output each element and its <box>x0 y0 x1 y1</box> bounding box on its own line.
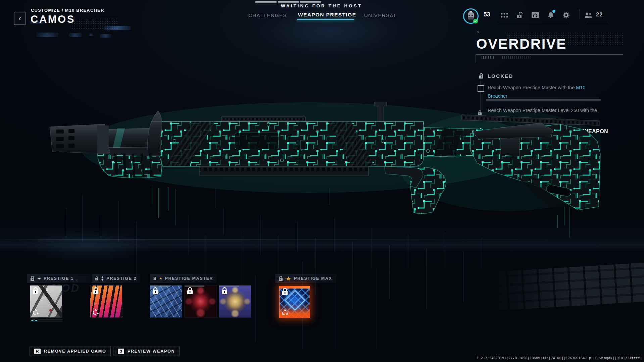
camo-tile-prestige-max-overdrive[interactable] <box>279 286 310 318</box>
apps-grid-icon[interactable] <box>500 11 508 19</box>
prestige-master-star-icon <box>159 276 162 281</box>
group-header-prestige-master: PRESTIGE MASTER <box>150 274 216 283</box>
keybind-badge: R <box>34 349 41 354</box>
challenge-1-text: Reach Weapon Prestige Master with the M1… <box>488 84 606 100</box>
group-label: PRESTIGE MASTER <box>165 276 213 281</box>
back-chevron-icon: ‹ <box>18 14 21 23</box>
lock-icon <box>32 287 39 295</box>
keybind-badge: 3 <box>118 349 124 354</box>
player-level: 53 <box>484 11 490 18</box>
camo-tile-master-3[interactable] <box>219 285 251 318</box>
glitch-bar <box>36 33 58 37</box>
floor-left-haze <box>0 224 175 268</box>
preview-weapon-button[interactable]: 3 PREVIEW WEAPON <box>113 347 180 356</box>
camo-tile-prestige-2[interactable] <box>90 285 122 318</box>
camo-customization-screen: ASSAULT RIFLE MOD ‹ CUSTOMIZE / M10 BREA… <box>0 0 644 362</box>
panel-divider <box>476 54 623 55</box>
breadcrumb: CUSTOMIZE / M10 BREACHER <box>31 8 104 13</box>
weapon-render <box>47 101 601 216</box>
lock-icon <box>153 276 156 281</box>
panel-decor-ticks <box>482 56 494 59</box>
back-button[interactable]: ‹ <box>14 12 26 25</box>
group-label: PRESTIGE 1 <box>44 276 74 281</box>
locked-status: LOCKED <box>479 73 513 79</box>
glitch-bar <box>89 34 93 36</box>
lock-icon <box>221 287 228 295</box>
panel-decor-ticks <box>502 56 531 59</box>
active-tab-underline <box>297 19 354 20</box>
prestige-max-crest-icon <box>286 276 291 281</box>
universal-camo-icon <box>32 309 39 316</box>
top-icon-row <box>500 11 570 19</box>
tile-progress-fill <box>31 320 38 321</box>
party-count: 22 <box>596 11 603 18</box>
background-keyboard-fade <box>471 262 572 312</box>
page-title: CAMOS <box>31 13 75 25</box>
universal-camo-icon <box>282 309 288 316</box>
notification-dot <box>552 10 555 13</box>
top-center-glow <box>235 0 423 64</box>
lock-icon <box>152 287 159 295</box>
glitch-bar <box>69 33 82 37</box>
lock-icon <box>92 287 99 295</box>
glitch-bar <box>104 26 131 30</box>
icon-row-underline <box>498 24 569 24</box>
universal-camo-icon <box>92 309 99 316</box>
locked-label: LOCKED <box>488 73 513 79</box>
remove-applied-camo-button[interactable]: R REMOVE APPLIED CAMO <box>30 347 111 356</box>
prestige-2-stars-icon <box>101 276 104 281</box>
build-version: 1.2.2.24679191[27-0.1056]10689+11:[74.00… <box>477 356 642 360</box>
tab-challenges[interactable]: CHALLENGES <box>248 12 287 18</box>
lock-icon <box>479 73 484 79</box>
panel-divider-edge <box>476 54 476 63</box>
lock-icon <box>30 276 35 281</box>
lock-icon <box>187 287 193 295</box>
unlock-icon[interactable] <box>516 11 524 19</box>
group-header-prestige-1: PRESTIGE 1 <box>27 274 91 283</box>
party-social-icon[interactable] <box>584 11 593 19</box>
notifications-bell-icon[interactable] <box>547 11 555 19</box>
prestige-1-star-icon <box>37 277 41 280</box>
glitch-bar <box>100 34 111 38</box>
icon-row-divider <box>580 9 580 19</box>
tab-universal[interactable]: UNIVERSAL <box>364 12 397 18</box>
group-header-prestige-max: PRESTIGE MAX <box>275 274 336 283</box>
tab-weapon-prestige[interactable]: WEAPON PRESTIGE <box>298 12 356 18</box>
group-header-prestige-2: PRESTIGE 2 <box>92 274 140 283</box>
lock-icon <box>95 276 98 281</box>
player-avatar[interactable] <box>463 8 479 24</box>
store-icon[interactable] <box>531 11 539 19</box>
camo-tile-master-2[interactable] <box>184 285 217 318</box>
camo-name: OVERDRIVE <box>476 36 567 52</box>
panel-decor-chevron: > <box>477 30 480 35</box>
tile-progress-bar <box>30 319 62 322</box>
host-status: WAITING FOR THE HOST <box>254 3 389 8</box>
lock-icon <box>282 288 288 296</box>
group-label: PRESTIGE MAX <box>294 276 332 281</box>
camo-tile-prestige-1[interactable] <box>30 285 62 318</box>
settings-gear-icon[interactable] <box>562 11 570 19</box>
challenge-checkbox <box>478 85 484 92</box>
party-underline <box>586 24 609 24</box>
lock-icon <box>279 276 283 281</box>
group-label: PRESTIGE 2 <box>106 276 137 281</box>
camo-tile-master-1[interactable] <box>150 285 182 318</box>
